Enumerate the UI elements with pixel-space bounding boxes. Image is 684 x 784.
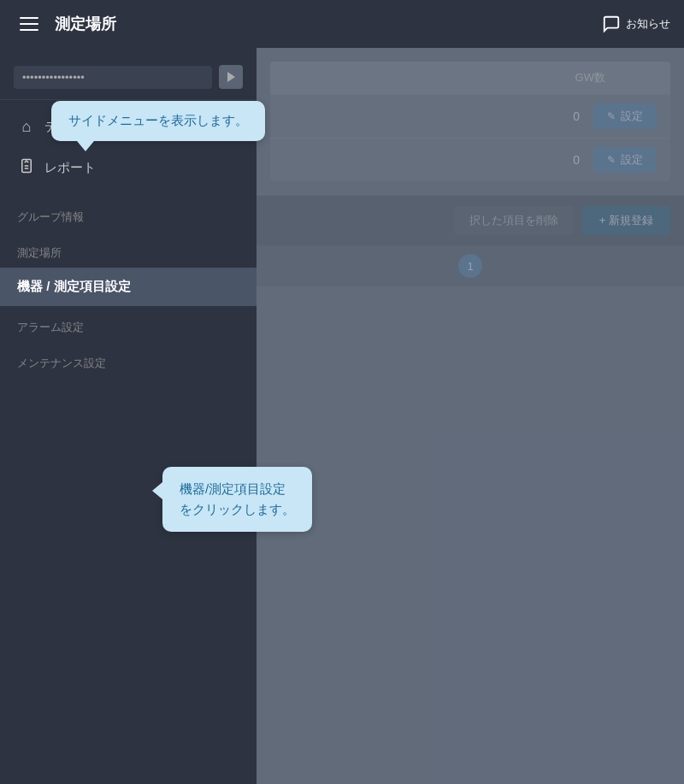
sidebar-user-name: •••••••••••••••• bbox=[14, 66, 212, 89]
sidebar-section-group[interactable]: グループ情報 bbox=[0, 196, 256, 232]
sidebar-section-device-label: 機器 / 測定項目設定 bbox=[17, 279, 131, 295]
notification-icon bbox=[602, 15, 621, 33]
header: 測定場所 お知らせ bbox=[0, 0, 684, 48]
sidebar-item-report[interactable]: レポート bbox=[0, 147, 256, 189]
sidebar-section-location[interactable]: 測定場所 bbox=[0, 232, 256, 268]
main-content-area: GW数 0 ✎ 設定 0 ✎ 設定 bbox=[256, 48, 684, 784]
hamburger-icon bbox=[20, 17, 38, 31]
tooltip-sidemenu-text: サイドメニューを表示します。 bbox=[68, 113, 248, 127]
tooltip-sidemenu: サイドメニューを表示します。 bbox=[51, 101, 265, 141]
sidebar: •••••••••••••••• ⌂ データをみる bbox=[0, 48, 256, 784]
tooltip-device-line1: 機器/測定項目設定 bbox=[180, 481, 286, 496]
play-icon bbox=[227, 72, 235, 82]
sidebar-section-device[interactable]: 機器 / 測定項目設定 bbox=[0, 268, 256, 306]
tooltip-device: 機器/測定項目設定 をクリックします。 bbox=[162, 467, 312, 532]
report-icon bbox=[17, 158, 36, 178]
sidebar-item-label: レポート bbox=[44, 160, 96, 176]
layout: •••••••••••••••• ⌂ データをみる bbox=[0, 48, 684, 784]
menu-button[interactable] bbox=[14, 9, 44, 39]
sidebar-play-button[interactable] bbox=[219, 65, 243, 89]
sidebar-user-row: •••••••••••••••• bbox=[0, 55, 256, 100]
notification-button[interactable]: お知らせ bbox=[602, 15, 670, 33]
page-title: 測定場所 bbox=[55, 14, 602, 34]
main-overlay bbox=[256, 48, 684, 784]
sidebar-section-maintenance[interactable]: メンテナンス設定 bbox=[0, 342, 256, 378]
sidebar-section-alarm[interactable]: アラーム設定 bbox=[0, 306, 256, 342]
tooltip-device-line2: をクリックします。 bbox=[180, 502, 295, 516]
notification-label: お知らせ bbox=[626, 16, 670, 32]
home-icon: ⌂ bbox=[17, 118, 36, 136]
